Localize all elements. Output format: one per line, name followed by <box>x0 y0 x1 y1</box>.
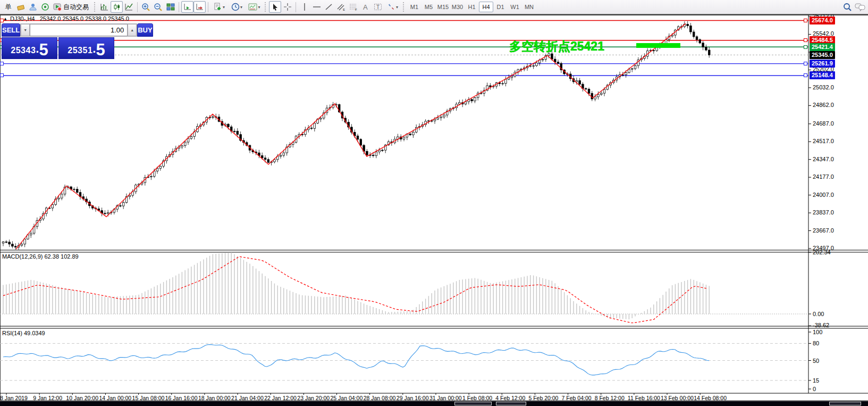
dropdown-caret: ▾ <box>240 5 242 10</box>
candlestick-chart-button[interactable] <box>111 1 123 13</box>
timeframe-m1-button[interactable]: M1 <box>407 2 422 12</box>
level-line-handle[interactable] <box>804 62 807 65</box>
toolbar-separator <box>137 2 138 12</box>
chart-symbol-period: DJ30-,H4 <box>10 15 35 22</box>
autotrading-button[interactable]: 自动交易 <box>51 1 92 13</box>
dropdown-caret: ▾ <box>223 5 225 10</box>
new-order-label: 单 <box>5 3 12 12</box>
chart-title: ▲ DJ30-,H4 25342.0 25345.0 25338.0 25345… <box>3 15 129 22</box>
svg-text:A: A <box>363 3 368 11</box>
level-line-handle[interactable] <box>804 45 807 49</box>
level-line-handle[interactable] <box>804 73 807 77</box>
timeframe-m30-button[interactable]: M30 <box>450 2 465 12</box>
buy-price-pip: 5 <box>96 43 105 57</box>
volume-increase-button[interactable]: ▲ <box>128 24 137 36</box>
text-button[interactable]: A <box>359 1 372 13</box>
turning-point-annotation[interactable]: 多空转折点25421 <box>509 38 604 55</box>
search-icon[interactable] <box>841 1 854 13</box>
tile-windows-button[interactable] <box>164 1 176 13</box>
zoom-out-button[interactable] <box>152 1 164 13</box>
toolbar-grip <box>94 2 97 12</box>
crosshair-button[interactable] <box>281 1 293 13</box>
one-click-trading-panel: SELL ▼ ▲ BUY 25343 . 5 25351 . 5 <box>2 23 114 59</box>
dropdown-caret: ▾ <box>396 5 398 10</box>
cursor-button[interactable] <box>269 1 281 13</box>
text-label-button[interactable]: T <box>372 1 384 13</box>
add-indicator-button[interactable]: ▾ <box>210 1 228 13</box>
buy-button[interactable]: BUY <box>137 23 153 37</box>
svg-text:F: F <box>355 8 357 11</box>
timeframe-m15-button[interactable]: M15 <box>436 2 450 12</box>
turning-point-highlight-bar[interactable] <box>636 43 680 48</box>
autotrading-label: 自动交易 <box>63 3 89 12</box>
toolbar-grip <box>265 2 267 12</box>
buy-price-main: 25351 <box>68 46 92 57</box>
svg-text:T: T <box>376 4 380 10</box>
chart-shift-button[interactable] <box>193 1 206 13</box>
toolbar-separator <box>179 2 179 12</box>
symbol-marker-icon: ▲ <box>3 16 7 21</box>
taskbar-item[interactable] <box>454 402 492 405</box>
timeframe-m5-button[interactable]: M5 <box>422 2 436 12</box>
fibonacci-button[interactable]: F <box>347 1 359 13</box>
vertical-line-button[interactable] <box>298 1 310 13</box>
timeframe-h1-button[interactable]: H1 <box>465 2 479 12</box>
toolbar-separator <box>208 2 208 12</box>
taskbar-item[interactable] <box>496 402 526 405</box>
timeframe-mn-button[interactable]: MN <box>522 2 536 12</box>
dropdown-caret: ▾ <box>258 5 260 10</box>
zoom-in-button[interactable] <box>140 1 152 13</box>
buy-price-button[interactable]: 25351 . 5 <box>58 37 114 59</box>
timeframe-d1-button[interactable]: D1 <box>493 2 508 12</box>
sell-price-pip: 5 <box>39 43 48 57</box>
toolbar-separator <box>296 2 296 12</box>
sell-price-button[interactable]: 25343 . 5 <box>2 37 57 59</box>
volume-input[interactable] <box>30 24 128 36</box>
chat-icon[interactable] <box>854 1 866 13</box>
sell-price-main: 25343 <box>11 46 36 57</box>
level-line-handle[interactable] <box>0 73 4 77</box>
bar-chart-button[interactable] <box>98 1 111 13</box>
chart-area[interactable] <box>0 15 868 401</box>
signal-icon[interactable] <box>39 1 51 13</box>
trendline-button[interactable] <box>323 1 335 13</box>
taskbar-strip <box>0 401 868 406</box>
line-chart-button[interactable] <box>123 1 135 13</box>
navigator-icon[interactable] <box>27 1 39 13</box>
level-line-handle[interactable] <box>804 19 807 22</box>
period-button[interactable]: ▾ <box>228 1 246 13</box>
svg-text:E: E <box>343 8 345 11</box>
template-button[interactable]: ▾ <box>246 1 263 13</box>
arrows-button[interactable]: ▾ <box>384 1 401 13</box>
equidistant-channel-button[interactable]: E <box>335 1 347 13</box>
toolbar: 单 自动交易 <box>0 0 868 14</box>
horizontal-line-button[interactable] <box>310 1 323 13</box>
sell-button[interactable]: SELL <box>2 23 20 37</box>
level-line-handle[interactable] <box>0 62 4 65</box>
volume-decrease-button[interactable]: ▼ <box>21 24 30 36</box>
taskbar-item[interactable] <box>829 402 861 405</box>
chart-ohlc-values: 25342.0 25345.0 25338.0 25345.0 <box>40 15 129 22</box>
auto-scroll-button[interactable] <box>181 1 193 13</box>
timeframe-h4-button[interactable]: H4 <box>479 2 493 12</box>
new-order-button[interactable]: 单 <box>2 1 14 13</box>
mt4-window: 单 自动交易 <box>0 0 868 406</box>
market-watch-icon[interactable] <box>14 1 27 13</box>
level-line-handle[interactable] <box>804 38 807 42</box>
toolbar-grip <box>403 2 406 12</box>
timeframe-w1-button[interactable]: W1 <box>508 2 522 12</box>
